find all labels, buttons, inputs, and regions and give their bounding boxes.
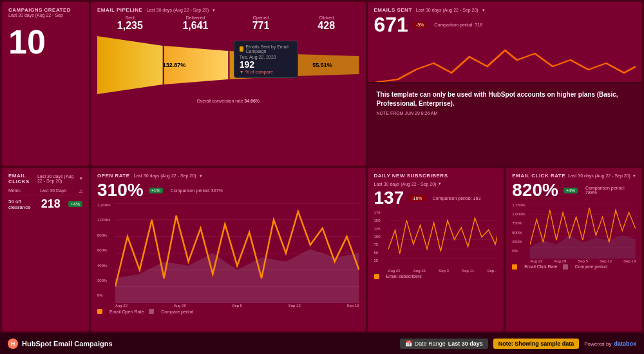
click-rate-svg <box>530 203 636 259</box>
daily-subs-comparison: Comparison period: 163 <box>433 196 481 201</box>
emails-sent-badge: -9% <box>413 22 426 28</box>
open-rate-badge: +1% <box>149 188 163 193</box>
click-rate-legend1: Email Click Rate <box>524 264 557 269</box>
click-rate-comparison: Comparison period: 788% <box>585 186 636 195</box>
sample-note-badge: Note: Showing sample data <box>493 339 580 349</box>
pipeline-opened-label: Opened <box>228 15 294 20</box>
panel-pipeline: EMAIL PIPELINE Last 30 days (Aug 22 - Se… <box>91 2 366 166</box>
campaigns-date: Last 30 days (Aug 22 - Sep <box>8 13 82 17</box>
panel-email-click-rate: EMAIL CLICK RATE Last 30 days (Aug 22 - … <box>506 168 642 331</box>
click-rate-dropdown[interactable]: ▾ <box>633 173 636 179</box>
daily-subs-y-axis: 175150125100755025 <box>374 211 387 262</box>
daily-subs-date: Last 30 days (Aug 22 - Sep 20) <box>374 182 437 186</box>
open-rate-title: OPEN RATE <box>97 173 130 179</box>
conversion-text: Overall conversion rate 34.66% <box>97 99 359 103</box>
bottom-right-controls: 📅 Date Range Last 30 days Note: Showing … <box>400 339 636 349</box>
click-rate-legend2: Compare period <box>575 264 607 269</box>
hubspot-icon: H <box>8 339 18 349</box>
emails-sent-chart: Aug 22 Aug 24 Aug 26 Emails Sent by Emai… <box>374 37 636 82</box>
email-clicks-dropdown[interactable]: ▾ <box>80 176 82 181</box>
daily-subs-chart: 175150125100755025 <box>374 211 498 273</box>
open-rate-dropdown[interactable]: ▾ <box>200 173 202 179</box>
email-clicks-row: 50 off clearance 218 +4% <box>8 195 82 213</box>
panel-right-top: EMAILS SENT Last 30 days (Aug 22 - Sep 2… <box>368 2 643 166</box>
main-grid: CAMPAIGNS CREATED Last 30 days (Aug 22 -… <box>0 0 644 333</box>
pipeline-dropdown-icon[interactable]: ▾ <box>213 8 215 13</box>
date-range-label: Date Range <box>415 340 446 347</box>
click-rate-y-axis: 1,250%1,000%750%500%250%0% <box>512 203 527 253</box>
date-range-value: Last 30 days <box>448 340 483 347</box>
open-rate-legend-dot2 <box>149 309 154 314</box>
pipeline-sent-value: 1,235 <box>97 20 163 32</box>
emails-sent-value: 671 <box>374 14 408 35</box>
bottom-bar: H HubSpot Email Campaigns 📅 Date Range L… <box>0 333 644 354</box>
click-rate-date: Last 30 days (Aug 22 - Sep 20) <box>568 173 630 178</box>
open-rate-legend-dot1 <box>97 309 102 314</box>
campaigns-label: CAMPAIGNS CREATED <box>8 7 82 13</box>
pipeline-sent-label: Sent <box>97 15 163 20</box>
app-title: HubSpot Email Campaigns <box>22 340 113 348</box>
click-rate-legend-dot2 <box>563 264 568 270</box>
open-rate-y-axis: 1,200%1,000%800%600%400%200%0% <box>97 203 111 297</box>
daily-subs-badge: -16% <box>409 195 424 201</box>
databox-logo: databox <box>614 340 636 347</box>
open-rate-value: 310% <box>97 180 144 201</box>
click-rate-x-axis: Aug 22Aug 29Sep 5Sep 12Sep 19 <box>530 259 636 263</box>
open-rate-comparison: Comparison period: 307% <box>171 188 223 193</box>
click-rate-value: 820% <box>512 180 558 201</box>
panel-open-rate: OPEN RATE Last 30 days (Aug 22 - Sep 20)… <box>91 168 366 331</box>
col-delta: △ <box>79 188 82 193</box>
panel-daily-subscribers: DAILY NEW SUBSCRIBERS Last 30 days (Aug … <box>368 168 504 331</box>
date-range-button[interactable]: 📅 Date Range Last 30 days <box>400 339 488 349</box>
daily-subs-title: DAILY NEW SUBSCRIBERS <box>374 173 448 179</box>
app-logo-area: H HubSpot Email Campaigns <box>8 339 113 349</box>
click-rate-badge: +4% <box>564 188 578 193</box>
tooltip-compare: ▼ % of compare <box>240 70 292 74</box>
conversion-label: Overall conversion rate <box>196 99 243 103</box>
pipeline-clicked-label: Clicked <box>294 15 359 20</box>
emails-sent-date: Last 30 days (Aug 22 - Sep 20) <box>416 8 478 12</box>
calendar-icon: 📅 <box>405 340 412 347</box>
daily-subs-legend: Email subscribers <box>374 274 498 279</box>
pipeline-clicked-value: 428 <box>294 20 359 32</box>
open-rate-legend: Email Open Rate Compare period <box>97 309 359 314</box>
pipeline-delivered-label: Delivered <box>163 15 229 20</box>
daily-subs-legend1: Email subscribers <box>386 274 422 279</box>
powered-by-area: Powered by databox <box>584 340 636 347</box>
panel-email-clicks: EMAIL CLICKS Last 30 days (Aug 22 - Sep … <box>2 168 89 331</box>
daily-subs-svg <box>388 211 498 268</box>
open-rate-svg-area <box>115 203 359 303</box>
svg-marker-7 <box>115 249 359 303</box>
row-label: 50 off clearance <box>8 199 41 210</box>
click-rate-title: EMAIL CLICK RATE <box>512 173 565 179</box>
open-rate-date: Last 30 days (Aug 22 - Sep 20) <box>134 173 196 178</box>
pipeline-date: Last 30 days (Aug 22 - Sep 20) <box>146 8 209 12</box>
email-clicks-date: Last 30 days (Aug 22 - Sep 20) <box>37 174 76 183</box>
daily-subs-legend-dot <box>374 274 379 279</box>
note-text: This template can only be used with HubS… <box>377 90 634 108</box>
email-clicks-title: EMAIL CLICKS <box>8 173 33 184</box>
daily-subs-dropdown[interactable]: ▾ <box>439 181 441 186</box>
click-rate-legend: Email Click Rate Compare period <box>512 264 636 270</box>
panel-right-bottom: DAILY NEW SUBSCRIBERS Last 30 days (Aug … <box>368 168 643 331</box>
open-rate-x-axis: Aug 22Aug 29Sep 5Sep 12Sep 19 <box>115 304 359 308</box>
open-rate-legend2: Compare period <box>161 310 193 314</box>
daily-subs-value: 137 <box>374 188 404 208</box>
panel-note: This template can only be used with HubS… <box>368 84 643 166</box>
tooltip-compare-label: % of compare <box>245 70 273 74</box>
pipeline-tooltip: Emails Sent by Email Campaign Tue, Aug 2… <box>234 41 298 78</box>
emails-sent-title: EMAILS SENT <box>374 7 412 13</box>
pipeline-title: EMAIL PIPELINE <box>97 7 142 13</box>
conversion-value: 34.66% <box>244 99 260 103</box>
open-rate-legend1: Email Open Rate <box>109 310 144 314</box>
emails-sent-dropdown[interactable]: ▾ <box>482 8 485 13</box>
row-value: 218 <box>41 197 61 211</box>
open-rate-chart: 1,200%1,000%800%600%400%200%0% <box>97 203 359 308</box>
emails-sent-comparison: Comparison period: 716 <box>434 23 482 27</box>
tooltip-value: 192 <box>240 59 292 70</box>
click-rate-legend-dot1 <box>512 264 517 270</box>
row-badge: +4% <box>68 201 82 207</box>
tooltip-date: Tue, Aug 22, 2023 <box>240 55 292 59</box>
col-metric: Metric <box>8 188 21 193</box>
col-days: Last 30 Days <box>40 188 66 193</box>
